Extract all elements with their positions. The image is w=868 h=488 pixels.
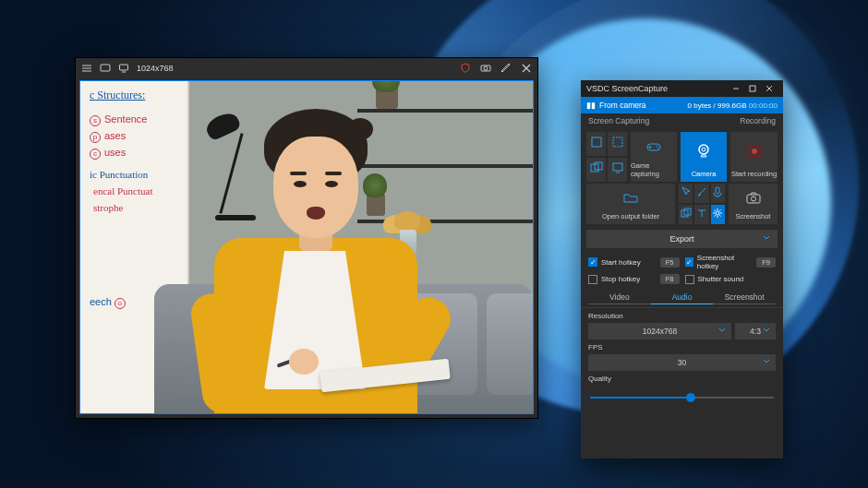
svg-point-14 [702, 148, 705, 151]
quality-slider[interactable] [590, 391, 774, 404]
screenshot-tile[interactable]: Screenshot [729, 184, 778, 224]
cursor-tile[interactable] [679, 184, 693, 203]
fullscreen-tile[interactable] [586, 132, 606, 156]
svg-point-18 [716, 211, 719, 215]
record-icon [748, 132, 761, 170]
svg-rect-4 [750, 86, 755, 91]
camera-preview-canvas: c Structures: sSentence pases cuses ic P… [79, 80, 534, 414]
stop-hotkey-key[interactable]: F8 [660, 274, 680, 284]
aspect-dropdown[interactable]: 4:3 [735, 323, 776, 339]
svg-rect-6 [613, 137, 622, 147]
status-bytes: 0 bytes / 999.6GB [688, 101, 747, 110]
minimize-button[interactable] [728, 80, 744, 97]
start-hotkey-key[interactable]: F5 [660, 257, 680, 268]
gear-icon [711, 205, 724, 220]
start-hotkey-checkbox[interactable]: ✓ [588, 257, 597, 267]
camera-source-icon: ▮▮ [586, 101, 596, 110]
open-output-folder-tile[interactable]: Open output folder [586, 184, 675, 224]
camera-icon [745, 184, 762, 212]
gamepad-icon [645, 132, 662, 161]
game-capturing-tile[interactable]: Game capturing [631, 132, 677, 182]
svg-rect-19 [747, 195, 760, 203]
chevron-down-icon [763, 327, 770, 336]
shield-icon[interactable] [460, 63, 471, 74]
person-prop [200, 127, 431, 413]
stop-hotkey-row[interactable]: Stop hotkeyF8 [588, 274, 680, 284]
fps-label: FPS [588, 343, 776, 351]
preview-resolution-label: 1024x768 [137, 64, 174, 73]
fps-dropdown[interactable]: 30 [588, 354, 776, 371]
export-collapse[interactable]: Export [586, 230, 778, 248]
shutter-sound-row[interactable]: Shutter sound [685, 274, 777, 284]
display-icon[interactable] [100, 63, 111, 74]
preview-titlebar[interactable]: 1024x768 [76, 58, 537, 78]
camera-tile[interactable]: Camera [681, 132, 727, 182]
svg-point-11 [656, 146, 657, 148]
svg-point-3 [484, 66, 488, 70]
tab-video[interactable]: Video [588, 290, 651, 307]
chevron-down-icon [718, 327, 726, 336]
screenshot-hotkey-row[interactable]: ✓Screenshot hotkeyF9 [685, 254, 777, 270]
hamburger-icon[interactable] [81, 63, 92, 74]
area-tile[interactable] [608, 158, 627, 182]
text-tile[interactable] [694, 205, 708, 224]
close-button[interactable] [761, 80, 778, 97]
overlay-tile[interactable] [679, 205, 693, 224]
tab-audio[interactable]: Audio [651, 290, 714, 307]
section-record-label: Recording [740, 116, 776, 125]
quality-label: Quality [588, 375, 776, 383]
maximize-button[interactable] [744, 80, 761, 97]
svg-rect-15 [716, 187, 719, 194]
window-tile[interactable] [586, 158, 606, 182]
screenshot-hotkey-key[interactable]: F9 [756, 257, 776, 268]
svg-rect-0 [101, 65, 110, 71]
webcam-icon [695, 132, 712, 170]
close-icon[interactable] [521, 63, 532, 74]
draw-tile[interactable] [694, 184, 708, 203]
app-title: VSDC ScreenCapture [586, 84, 728, 93]
source-bar[interactable]: ▮▮ From camera 0 bytes / 999.6GB 00:00:0… [581, 97, 783, 113]
section-capture-label: Screen Capturing [588, 116, 740, 125]
chevron-down-icon [763, 234, 770, 244]
svg-point-13 [699, 145, 708, 154]
resolution-label: Resolution [588, 312, 776, 320]
brush-icon[interactable] [500, 63, 512, 74]
settings-tile[interactable] [711, 205, 725, 224]
camera-small-icon[interactable] [480, 63, 491, 74]
stop-hotkey-checkbox[interactable] [588, 275, 597, 284]
svg-point-20 [751, 196, 755, 201]
source-label: From camera [599, 101, 646, 110]
region-tile[interactable] [608, 132, 627, 156]
start-recording-tile[interactable]: Start recording [730, 132, 778, 182]
svg-rect-5 [592, 137, 601, 147]
tab-screenshot[interactable]: Screenshot [713, 290, 776, 307]
svg-point-12 [657, 148, 659, 149]
mic-tile[interactable] [711, 184, 725, 203]
svg-rect-1 [120, 65, 128, 70]
chevron-down-icon [763, 358, 770, 367]
shutter-sound-checkbox[interactable] [685, 275, 694, 284]
screencapture-window: VSDC ScreenCapture ▮▮ From camera 0 byte… [581, 80, 783, 458]
svg-rect-9 [613, 163, 622, 171]
folder-icon [622, 184, 639, 212]
monitor-icon[interactable] [118, 63, 129, 74]
app-titlebar[interactable]: VSDC ScreenCapture [581, 80, 783, 97]
screenshot-hotkey-checkbox[interactable]: ✓ [685, 257, 693, 267]
resolution-dropdown[interactable]: 1024x768 [588, 323, 731, 339]
start-hotkey-row[interactable]: ✓Start hotkeyF5 [588, 254, 680, 270]
status-time: 00:00:00 [749, 101, 778, 110]
camera-preview-window: 1024x768 c Structures: sSentence pases c… [75, 57, 538, 419]
